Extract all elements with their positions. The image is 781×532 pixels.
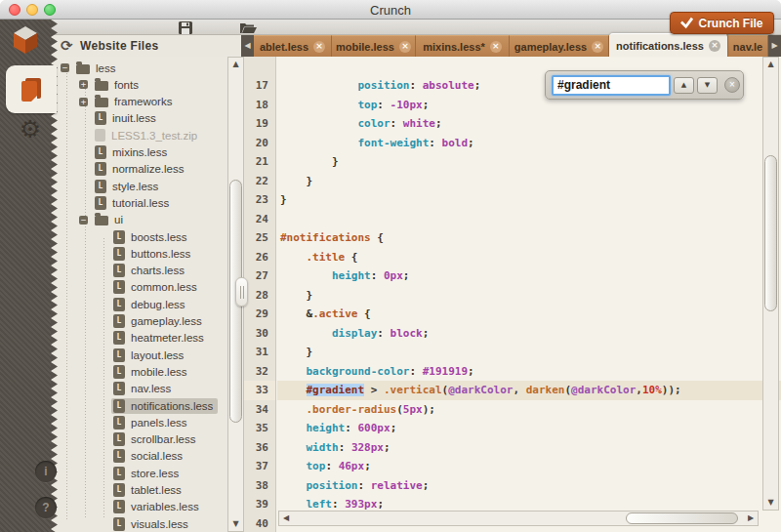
tree-item-variables.less[interactable]: Lvariables.less xyxy=(98,499,204,515)
code-line-27[interactable]: height: 0px; xyxy=(277,266,781,286)
tab-scroll-right-button[interactable]: ▶ xyxy=(768,35,781,57)
tree-item-store.less[interactable]: Lstore.less xyxy=(98,465,184,481)
scroll-left-icon[interactable]: ◀ xyxy=(280,512,292,525)
scroll-right-icon[interactable]: ▶ xyxy=(745,512,757,525)
tree-item-label: mobile.less xyxy=(131,366,187,378)
tree-item-notifications.less[interactable]: Lnotifications.less xyxy=(98,397,218,414)
code-line-20[interactable]: font-weight: bold; xyxy=(277,134,781,153)
tree-item-frameworks[interactable]: +frameworks xyxy=(79,94,177,110)
line-number: 28 xyxy=(244,286,275,306)
code-token xyxy=(280,384,307,396)
tree-item-buttons.less[interactable]: Lbuttons.less xyxy=(98,245,195,262)
tree-item-inuit.less[interactable]: Linuit.less xyxy=(79,110,161,127)
code-token: relative xyxy=(371,479,423,492)
code-line-35[interactable]: height: 600px; xyxy=(277,419,781,438)
code-line-31[interactable]: } xyxy=(277,343,781,362)
tab-ablet.less[interactable]: ablet.less× xyxy=(254,35,332,57)
tree-item-label: tablet.less xyxy=(131,484,182,496)
help-button[interactable]: ? xyxy=(35,497,57,518)
code-token: : xyxy=(409,79,422,92)
tree-item-common.less[interactable]: Lcommon.less xyxy=(98,279,202,296)
tree-item-mobile.less[interactable]: Lmobile.less xyxy=(98,363,192,380)
tree-item-scrollbar.less[interactable]: Lscrollbar.less xyxy=(98,431,200,448)
code-line-32[interactable]: background-color: #191919; xyxy=(277,362,781,382)
tab-close-icon[interactable]: × xyxy=(592,41,603,53)
tree-item-visuals.less[interactable]: Lvisuals.less xyxy=(98,515,193,532)
code-line-37[interactable]: top: 46px; xyxy=(277,457,781,476)
tree-item-tablet.less[interactable]: Ltablet.less xyxy=(98,482,186,499)
code-token xyxy=(280,327,332,340)
tree-item-fonts[interactable]: +fonts xyxy=(79,76,144,93)
tab-mixins.less*[interactable]: mixins.less*× xyxy=(416,35,510,57)
sidebar-item-files[interactable] xyxy=(6,65,57,113)
sidebar-item-settings[interactable]: ⚙ xyxy=(16,115,45,144)
tree-item-label: charts.less xyxy=(131,265,185,276)
crunch-file-button[interactable]: Crunch File xyxy=(670,12,774,34)
search-next-button[interactable]: ▼ xyxy=(697,77,718,94)
tree-item-mixins.less[interactable]: Lmixins.less xyxy=(79,144,172,161)
tab-close-icon[interactable]: × xyxy=(313,41,325,53)
scroll-up-icon[interactable]: ▲ xyxy=(763,60,778,69)
tab-scroll-left-button[interactable]: ◀ xyxy=(241,35,254,57)
tab-gameplay.less[interactable]: gameplay.less× xyxy=(510,35,609,57)
tree-item-style.less[interactable]: Lstyle.less xyxy=(79,178,163,194)
tree-item-gameplay.less[interactable]: Lgameplay.less xyxy=(98,313,207,330)
code-line-38[interactable]: position: relative; xyxy=(277,476,781,496)
search-close-button[interactable]: × xyxy=(724,77,740,93)
tab-label: mobile.less xyxy=(336,41,394,53)
collapse-icon[interactable]: − xyxy=(61,63,69,72)
tab-close-icon[interactable]: × xyxy=(490,41,502,53)
code-line-22[interactable]: } xyxy=(277,172,781,191)
code-line-26[interactable]: .title { xyxy=(277,248,781,267)
collapse-icon[interactable]: − xyxy=(79,216,88,225)
tab-notifications.less[interactable]: notifications.less× xyxy=(609,33,728,57)
search-previous-button[interactable]: ▲ xyxy=(674,77,694,94)
search-input[interactable] xyxy=(552,75,671,96)
tree-item-panels.less[interactable]: Lpanels.less xyxy=(98,414,192,430)
tree-item-tutorial.less[interactable]: Ltutorial.less xyxy=(79,194,174,211)
tree-item-LESS1.3_test.zip[interactable]: LESS1.3_test.zip xyxy=(79,127,202,143)
code-line-24[interactable] xyxy=(277,210,781,229)
code-line-25[interactable]: #notifications { xyxy=(277,228,781,248)
code-line-36[interactable]: width: 328px; xyxy=(277,438,781,458)
tab-close-icon[interactable]: × xyxy=(709,40,720,52)
refresh-button[interactable]: ⟳ xyxy=(61,37,76,55)
tree-item-boosts.less[interactable]: Lboosts.less xyxy=(98,228,192,245)
tree-item-less[interactable]: −less xyxy=(61,60,120,76)
code-line-28[interactable]: } xyxy=(277,286,781,306)
code-line-30[interactable]: display: block; xyxy=(277,324,781,344)
scroll-down-icon[interactable]: ▼ xyxy=(228,519,243,529)
tab-nav.le[interactable]: nav.le xyxy=(728,35,768,57)
tree-item-nav.less[interactable]: Lnav.less xyxy=(98,381,176,397)
editor-vscroll-thumb[interactable] xyxy=(764,155,777,311)
tab-mobile.less[interactable]: mobile.less× xyxy=(332,35,416,57)
tree-item-ui[interactable]: −ui xyxy=(79,212,128,228)
tree-item-social.less[interactable]: Lsocial.less xyxy=(98,448,187,465)
scroll-up-icon[interactable]: ▲ xyxy=(228,60,243,69)
tree-item-content: Lgameplay.less xyxy=(111,313,207,329)
tree-item-debug.less[interactable]: Ldebug.less xyxy=(98,296,190,312)
expand-icon[interactable]: + xyxy=(79,80,88,89)
save-button[interactable] xyxy=(178,20,197,35)
code-line-33[interactable]: #gradient > .vertical(@darkColor, darken… xyxy=(277,381,781,400)
expand-icon[interactable]: + xyxy=(79,98,88,106)
scroll-down-icon[interactable]: ▼ xyxy=(763,498,778,508)
editor-hscroll-thumb[interactable] xyxy=(626,512,738,524)
code-line-23[interactable]: } xyxy=(277,190,781,210)
code-line-29[interactable]: &.active { xyxy=(277,305,781,324)
code-line-21[interactable]: } xyxy=(277,152,781,172)
editor-horizontal-scrollbar[interactable]: ◀ ▶ xyxy=(278,511,759,526)
code-line-34[interactable]: .border-radius(5px); xyxy=(277,400,781,420)
tree-item-layout.less[interactable]: Llayout.less xyxy=(98,347,188,363)
tree-item-label: panels.less xyxy=(131,417,187,429)
tab-close-icon[interactable]: × xyxy=(399,41,411,53)
code-line-19[interactable]: color: white; xyxy=(277,114,781,134)
editor-vertical-scrollbar[interactable]: ▲ ▼ xyxy=(762,57,779,511)
tree-item-normalize.less[interactable]: Lnormalize.less xyxy=(79,161,189,178)
tree-item-charts.less[interactable]: Lcharts.less xyxy=(98,263,189,279)
info-button[interactable]: i xyxy=(35,461,57,482)
code-area[interactable]: position: absolute; top: -10px; color: w… xyxy=(277,57,781,532)
open-folder-button[interactable] xyxy=(239,20,259,35)
tree-item-heatmeter.less[interactable]: Lheatmeter.less xyxy=(98,330,209,347)
panel-splitter-handle[interactable] xyxy=(235,277,248,307)
